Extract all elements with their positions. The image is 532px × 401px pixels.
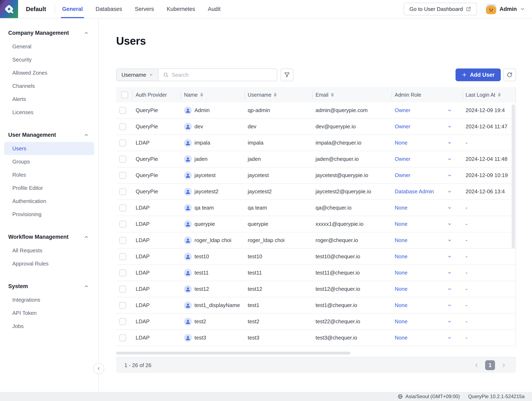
admin-role-link[interactable]: None xyxy=(395,140,407,146)
column-header-name[interactable]: Name xyxy=(181,87,245,102)
row-checkbox[interactable] xyxy=(119,140,126,146)
admin-role-link[interactable]: Owner xyxy=(395,156,411,162)
sidebar-collapse-button[interactable] xyxy=(93,363,104,374)
sort-icon[interactable] xyxy=(498,93,501,97)
chevron-down-icon[interactable] xyxy=(447,222,452,226)
admin-role-link[interactable]: None xyxy=(395,270,407,276)
sidebar-item-integrations[interactable]: Integrations xyxy=(4,293,94,306)
sort-icon[interactable] xyxy=(331,93,334,97)
sort-icon[interactable] xyxy=(200,93,203,97)
querypie-logo[interactable] xyxy=(0,0,18,18)
chevron-down-icon[interactable] xyxy=(447,124,452,129)
admin-role-link[interactable]: None xyxy=(395,286,407,292)
chevron-down-icon[interactable] xyxy=(447,206,452,210)
chevron-left-icon xyxy=(97,366,101,370)
chevron-down-icon[interactable] xyxy=(447,173,452,178)
admin-role-link[interactable]: None xyxy=(395,318,407,325)
admin-role-link[interactable]: None xyxy=(395,205,407,211)
add-user-button[interactable]: Add User xyxy=(456,69,501,81)
admin-role-link[interactable]: None xyxy=(395,302,407,308)
admin-role-link[interactable]: Database Admin xyxy=(395,188,434,195)
tab-general[interactable]: General xyxy=(62,0,83,18)
column-header-admin-role: Admin Role xyxy=(392,87,462,102)
sidebar-item-alerts[interactable]: Alerts xyxy=(4,93,94,106)
tab-kubernetes[interactable]: Kubernetes xyxy=(167,0,195,18)
row-checkbox[interactable] xyxy=(119,221,126,228)
chevron-down-icon[interactable] xyxy=(447,287,452,291)
sidebar-item-security[interactable]: Security xyxy=(4,53,94,66)
sidebar-item-channels[interactable]: Channels xyxy=(4,79,94,93)
chevron-down-icon[interactable] xyxy=(447,238,452,243)
user-menu[interactable]: Admin xyxy=(486,4,525,14)
user-name-text: jaycetest xyxy=(195,172,216,178)
row-checkbox[interactable] xyxy=(119,253,126,260)
column-header-email[interactable]: Email xyxy=(312,87,392,102)
admin-role-link[interactable]: None xyxy=(395,237,407,243)
chevron-down-icon[interactable] xyxy=(447,336,452,340)
sidebar-section-header[interactable]: Company Management xyxy=(0,28,98,38)
admin-role-link[interactable]: Owner xyxy=(395,123,411,130)
go-to-user-dashboard-button[interactable]: Go to User Dashboard xyxy=(404,3,477,15)
sidebar-item-profile-editor[interactable]: Profile Editor xyxy=(4,181,94,195)
row-checkbox[interactable] xyxy=(119,156,126,163)
sidebar-section-header[interactable]: Workflow Management xyxy=(0,232,98,242)
search-input[interactable] xyxy=(172,72,272,78)
row-checkbox[interactable] xyxy=(119,334,126,341)
row-checkbox[interactable] xyxy=(119,123,126,130)
chevron-down-icon[interactable] xyxy=(447,319,452,324)
sidebar-item-all-requests[interactable]: All Requests xyxy=(4,244,94,257)
sort-icon[interactable] xyxy=(274,93,277,97)
admin-role-link[interactable]: Owner xyxy=(395,107,411,114)
row-checkbox[interactable] xyxy=(119,188,126,195)
sidebar-item-api-token[interactable]: API Token xyxy=(4,306,94,319)
column-header-username[interactable]: Username xyxy=(245,87,312,102)
chevron-down-icon[interactable] xyxy=(447,254,452,259)
chevron-down-icon[interactable] xyxy=(447,189,452,194)
email-cell: jaycetest@querypie.io xyxy=(312,167,392,183)
sidebar-item-provisioning[interactable]: Provisioning xyxy=(4,208,94,221)
auth-provider-cell: QueryPie xyxy=(133,184,181,199)
row-checkbox[interactable] xyxy=(119,107,126,114)
sidebar-item-jobs[interactable]: Jobs xyxy=(4,319,94,333)
search-field-dropdown[interactable]: Username xyxy=(117,69,158,81)
row-checkbox[interactable] xyxy=(119,318,126,325)
row-checkbox[interactable] xyxy=(119,172,126,179)
sidebar-item-approval-rules[interactable]: Approval Rules xyxy=(4,257,94,270)
row-checkbox[interactable] xyxy=(119,237,126,244)
admin-role-link[interactable]: None xyxy=(395,253,407,260)
table-row: LDAP test11 test11 test11@chequer.io Non… xyxy=(116,265,516,281)
tab-audit[interactable]: Audit xyxy=(208,0,221,18)
chevron-down-icon[interactable] xyxy=(447,271,452,275)
sidebar-item-licenses[interactable]: Licenses xyxy=(4,106,94,119)
row-checkbox[interactable] xyxy=(119,269,126,276)
sidebar-item-users[interactable]: Users xyxy=(4,142,94,155)
admin-role-link[interactable]: None xyxy=(395,335,407,341)
sidebar-item-roles[interactable]: Roles xyxy=(4,168,94,181)
sidebar-item-allowed-zones[interactable]: Allowed Zones xyxy=(4,66,94,79)
admin-role-link[interactable]: Owner xyxy=(395,172,411,178)
chevron-down-icon[interactable] xyxy=(447,108,452,113)
current-page[interactable]: 1 xyxy=(485,360,495,370)
sidebar-section-header[interactable]: System xyxy=(0,281,98,291)
tab-servers[interactable]: Servers xyxy=(135,0,154,18)
refresh-button[interactable] xyxy=(503,69,516,81)
row-checkbox[interactable] xyxy=(119,302,126,309)
prev-page-button[interactable] xyxy=(472,361,481,369)
chevron-down-icon[interactable] xyxy=(447,303,452,308)
chevron-down-icon[interactable] xyxy=(447,157,452,161)
tab-databases[interactable]: Databases xyxy=(95,0,122,18)
sidebar-item-general[interactable]: General xyxy=(4,40,94,53)
sidebar-item-authentication[interactable]: Authentication xyxy=(4,195,94,208)
sidebar-item-groups[interactable]: Groups xyxy=(4,155,94,168)
row-checkbox[interactable] xyxy=(119,204,126,211)
next-page-button[interactable] xyxy=(500,361,508,369)
sidebar-section-header[interactable]: User Management xyxy=(0,130,98,140)
chevron-down-icon[interactable] xyxy=(447,141,452,145)
vertical-scrollbar[interactable] xyxy=(512,104,515,248)
horizontal-scrollbar[interactable] xyxy=(116,352,350,355)
filter-button[interactable] xyxy=(281,69,293,81)
select-all-checkbox[interactable] xyxy=(121,91,128,98)
row-checkbox[interactable] xyxy=(119,286,126,293)
admin-role-link[interactable]: None xyxy=(395,221,407,227)
column-header-last-login-at[interactable]: Last Login At xyxy=(462,87,516,102)
